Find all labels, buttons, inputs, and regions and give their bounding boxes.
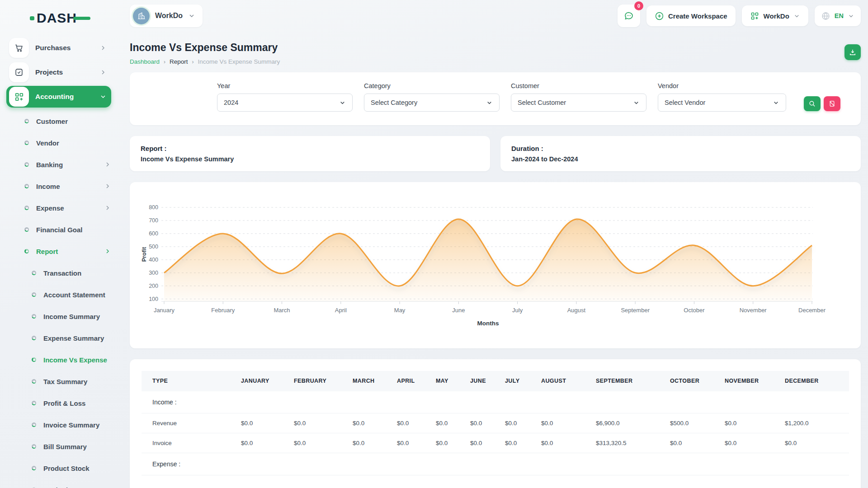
report-card: Report : Income Vs Expense Summary [130,136,490,171]
breadcrumb-dashboard[interactable]: Dashboard [130,58,160,65]
notifications-button[interactable]: 0 [618,5,640,27]
sidebar-item-transaction[interactable]: Transaction [6,262,111,284]
table-group-label: Expense : [142,453,849,475]
language-switcher[interactable]: EN [815,5,861,26]
sidebar-item-label: Bill Summary [43,443,87,450]
customer-select[interactable]: Select Customer [511,94,646,112]
bullet-ring-icon [32,422,36,427]
category-select-value: Select Category [371,99,417,106]
sidebar-item-projects[interactable]: Projects [6,61,111,83]
sidebar-item-income[interactable]: Income [6,175,111,197]
table-row: Income : [142,391,849,413]
report-card-value: Income Vs Expense Summary [141,155,479,163]
sidebar-item-label: Projects [35,68,63,76]
download-button[interactable] [844,44,861,60]
search-icon [808,100,816,108]
app-root: DASH PurchasesProjectsAccountingCustomer… [0,0,868,488]
reset-filter-button[interactable] [824,96,840,111]
sidebar-item-report[interactable]: Report [6,240,111,262]
table-col-header: SEPTEMBER [585,371,659,391]
y-tick-label: 300 [149,270,158,276]
sidebar-item-profit-loss[interactable]: Profit & Loss [6,392,111,414]
page-title-block: Income Vs Expense Summary Dashboard › Re… [130,42,280,65]
filter-vendor-label: Vendor [658,82,786,89]
table-cell-value: $6,900.0 [585,413,659,433]
table-cell-value: $0.0 [342,413,386,433]
table-cell-value: $0.0 [342,433,386,453]
chevron-right-icon [104,161,111,168]
x-tick-label: June [452,307,465,314]
sidebar-item-account-statement[interactable]: Account Statement [6,284,111,305]
sidebar-item-tax-summary[interactable]: Tax Summary [6,371,111,392]
bullet-ring-icon [32,444,36,449]
chevron-right-icon [104,183,111,190]
table-col-header: TYPE [142,371,230,391]
sidebar-item-customer[interactable]: Customer [6,110,111,132]
x-tick-label: December [798,307,826,314]
sidebar-item-label: Product Stock [43,465,90,472]
sidebar-item-label: Expense [36,204,64,212]
sidebar-item-label: Vendor [36,139,59,147]
chart-svg: 800700600500400300200100JanuaryFebruaryM… [142,191,849,340]
sidebar-item-cash-flow[interactable]: Cash Flow [6,479,111,488]
table-cell-value: $0.0 [774,433,849,453]
report-card-label: Report : [141,145,479,152]
table-col-header: DECEMBER [774,371,849,391]
vendor-select[interactable]: Select Vendor [658,94,786,112]
table-cell-value: $0.0 [714,433,774,453]
bullet-ring-icon [32,379,36,384]
sidebar-item-income-summary[interactable]: Income Summary [6,305,111,327]
create-workspace-label: Create Workspace [668,12,727,20]
table-cell-value: $0.0 [425,433,459,453]
sidebar-item-vendor[interactable]: Vendor [6,132,111,154]
create-workspace-button[interactable]: Create Workspace [646,5,736,26]
bullet-ring-icon [32,401,36,405]
duration-card-value: Jan-2024 to Dec-2024 [511,155,850,163]
sidebar-item-purchases[interactable]: Purchases [6,37,111,59]
filter-category: Category Select Category [364,82,500,125]
breadcrumb-report[interactable]: Report [170,58,188,65]
sidebar-item-label: Transaction [43,269,81,277]
grid-plus-icon [9,87,29,107]
customer-select-value: Select Customer [518,99,566,106]
sidebar-item-accounting[interactable]: Accounting [6,86,111,108]
table-cell-value: $0.0 [386,433,425,453]
sidebar-item-product-stock[interactable]: Product Stock [6,457,111,479]
bullet-ring-icon [24,227,29,232]
sidebar-item-financial-goal[interactable]: Financial Goal [6,219,111,240]
table-col-header: JANUARY [230,371,283,391]
category-select[interactable]: Select Category [364,94,500,112]
chevron-down-icon [848,13,854,19]
table-row-label: Revenue [142,413,230,433]
bullet-ring-icon [24,141,29,145]
sidebar-item-label: Expense Summary [43,334,104,342]
workdo-menu-button[interactable]: WorkDo [742,5,808,26]
chevron-down-icon [99,93,107,100]
sidebar-item-expense[interactable]: Expense [6,197,111,219]
year-select-value: 2024 [224,99,238,106]
table-row: Revenue$0.0$0.0$0.0$0.0$0.0$0.0$0.0$0.0$… [142,413,849,433]
sidebar-item-income-vs-expense[interactable]: Income Vs Expense [6,349,111,371]
topbar: WorkDo 0 Create Workspace [130,0,861,32]
filter-customer-label: Customer [511,82,646,89]
chevron-right-icon [104,248,111,255]
sidebar-item-label: Customer [36,117,68,125]
sidebar-item-label: Income Vs Expense [43,356,107,364]
dash-logo[interactable]: DASH [30,10,111,26]
bullet-ring-icon [24,184,29,188]
table-row: Expense : [142,453,849,475]
apply-filter-button[interactable] [804,96,821,111]
sidebar-item-expense-summary[interactable]: Expense Summary [6,327,111,349]
income-expense-table-card: TYPEJANUARYFEBRUARYMARCHAPRILMAYJUNEJULY… [130,359,861,488]
filter-actions [804,82,840,125]
year-select[interactable]: 2024 [217,94,353,112]
topbar-actions: 0 Create Workspace WorkDo [618,5,861,27]
y-tick-label: 700 [149,217,158,224]
sidebar-item-invoice-summary[interactable]: Invoice Summary [6,414,111,436]
workspace-switcher[interactable]: WorkDo [130,5,203,27]
clear-filter-icon [828,100,836,108]
sidebar-item-banking[interactable]: Banking [6,154,111,175]
y-tick-label: 100 [149,296,158,302]
chevron-down-icon [339,99,346,106]
sidebar-item-bill-summary[interactable]: Bill Summary [6,436,111,457]
